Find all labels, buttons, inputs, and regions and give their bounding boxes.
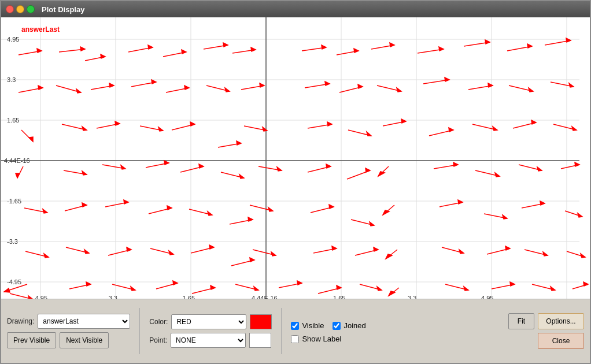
svg-text:4.95: 4.95 xyxy=(481,295,493,299)
next-visible-button[interactable]: Next Visible xyxy=(60,332,109,348)
checkbox-section: Visible Joined Show Label xyxy=(291,319,365,343)
color-label: Color: xyxy=(149,318,168,326)
svg-text:answerLast: answerLast xyxy=(21,25,60,34)
svg-text:-4.95: -4.95 xyxy=(33,295,47,299)
drawing-select[interactable]: answerLast xyxy=(38,314,130,329)
color-section: Color: RED BLUE GREEN BLACK Point: NONE … xyxy=(149,314,272,348)
bottom-panel: Drawing: answerLast Prev Visible Next Vi… xyxy=(1,299,590,363)
visible-checkbox[interactable] xyxy=(291,322,299,330)
color-swatch[interactable] xyxy=(250,314,272,329)
svg-text:-1.65: -1.65 xyxy=(180,295,195,299)
visible-row: Visible Joined xyxy=(291,321,365,330)
svg-text:3.3: 3.3 xyxy=(7,76,16,83)
svg-text:1.65: 1.65 xyxy=(7,117,19,124)
svg-text:-3.3: -3.3 xyxy=(106,295,117,299)
show-label-label[interactable]: Show Label xyxy=(302,335,341,343)
nav-buttons-row: Prev Visible Next Visible xyxy=(7,332,130,348)
plot-canvas[interactable]: 4.95 3.3 1.65 4.44E-16 -1.65 -3.3 -4.95 … xyxy=(1,17,590,299)
joined-label[interactable]: Joined xyxy=(343,321,365,330)
drawing-row: Drawing: answerLast xyxy=(7,314,130,329)
drawing-section: Drawing: answerLast Prev Visible Next Vi… xyxy=(7,314,130,348)
right-buttons: Fit Options... Close xyxy=(508,313,584,349)
close-row: Close xyxy=(508,333,584,349)
close-window-button[interactable] xyxy=(6,5,14,13)
main-window: Plot Display xyxy=(0,0,591,364)
svg-text:-4.95: -4.95 xyxy=(7,278,21,285)
maximize-button[interactable] xyxy=(27,5,35,13)
plot-area: 4.95 3.3 1.65 4.44E-16 -1.65 -3.3 -4.95 … xyxy=(1,17,590,299)
minimize-button[interactable] xyxy=(16,5,24,13)
point-label: Point: xyxy=(149,336,167,344)
close-button[interactable]: Close xyxy=(538,333,584,349)
drawing-label: Drawing: xyxy=(7,317,34,325)
svg-text:-1.65: -1.65 xyxy=(7,198,21,205)
window-title: Plot Display xyxy=(42,5,84,14)
show-label-row: Show Label xyxy=(291,335,365,343)
fit-options-row: Fit Options... xyxy=(508,313,584,329)
svg-text:-3.3: -3.3 xyxy=(7,238,18,245)
point-select[interactable]: NONE CIRCLE SQUARE TRIANGLE xyxy=(171,333,246,348)
color-select[interactable]: RED BLUE GREEN BLACK xyxy=(171,314,246,329)
svg-text:4.44E-16: 4.44E-16 xyxy=(252,295,278,299)
separator-1 xyxy=(139,308,140,354)
svg-text:4.44E-16: 4.44E-16 xyxy=(4,157,30,164)
svg-text:1.65: 1.65 xyxy=(333,295,345,299)
fit-button[interactable]: Fit xyxy=(508,313,534,329)
color-row: Color: RED BLUE GREEN BLACK xyxy=(149,314,272,329)
point-row: Point: NONE CIRCLE SQUARE TRIANGLE xyxy=(149,333,272,348)
svg-text:4.95: 4.95 xyxy=(7,36,19,43)
point-swatch xyxy=(249,333,271,348)
title-bar: Plot Display xyxy=(1,1,590,17)
separator-2 xyxy=(281,308,282,354)
visible-label[interactable]: Visible xyxy=(302,321,324,330)
svg-text:3.3: 3.3 xyxy=(408,295,416,299)
prev-visible-button[interactable]: Prev Visible xyxy=(7,332,56,348)
window-controls xyxy=(6,5,35,13)
show-label-checkbox[interactable] xyxy=(291,335,299,343)
options-button[interactable]: Options... xyxy=(538,313,584,329)
joined-checkbox[interactable] xyxy=(333,322,341,330)
